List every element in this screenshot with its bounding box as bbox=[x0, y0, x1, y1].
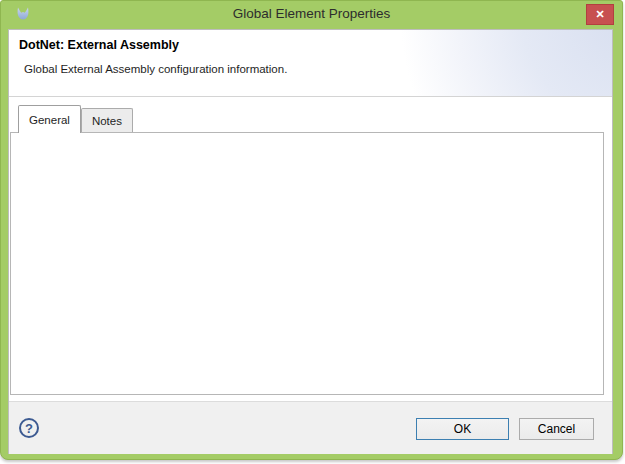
button-bar: ? OK Cancel bbox=[9, 401, 612, 454]
header-subtitle: Global External Assembly configuration i… bbox=[24, 63, 287, 75]
tab-content-pane bbox=[10, 132, 604, 395]
global-element-properties-dialog: Global Element Properties ✕ DotNet: Exte… bbox=[0, 0, 623, 460]
help-button[interactable]: ? bbox=[19, 418, 39, 438]
tab-strip: General Notes bbox=[18, 105, 133, 132]
close-button[interactable]: ✕ bbox=[586, 4, 614, 25]
help-icon: ? bbox=[25, 421, 33, 436]
window-title: Global Element Properties bbox=[1, 6, 622, 21]
cancel-button[interactable]: Cancel bbox=[519, 418, 594, 440]
close-icon: ✕ bbox=[595, 9, 604, 20]
header-title: DotNet: External Assembly bbox=[19, 38, 179, 52]
ok-button[interactable]: OK bbox=[416, 418, 509, 440]
tab-notes[interactable]: Notes bbox=[81, 108, 133, 132]
dialog-header: DotNet: External Assembly Global Externa… bbox=[9, 30, 612, 97]
tab-general[interactable]: General bbox=[18, 105, 81, 133]
title-bar[interactable]: Global Element Properties ✕ bbox=[1, 1, 622, 29]
dialog-body-panel: DotNet: External Assembly Global Externa… bbox=[8, 29, 613, 454]
header-gradient-decoration bbox=[332, 30, 612, 97]
